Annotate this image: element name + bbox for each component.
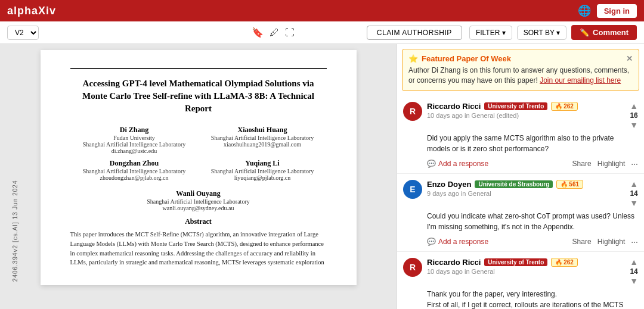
avatar: R: [403, 258, 422, 277]
comment-info: Riccardo Ricci University of Trento 🔥 26…: [427, 102, 625, 119]
fullscreen-icon[interactable]: ⛶: [285, 27, 295, 38]
author-xiaoshui-huang: Xiaoshui Huang Shanghai Artificial Intel…: [199, 126, 327, 154]
pdf-authors: Di Zhang Fudan University Shanghai Artif…: [70, 126, 327, 181]
featured-banner: ⭐ Featured Paper Of Week ✕ Author Di Zha…: [402, 49, 639, 91]
comment-header: R Riccardo Ricci University of Trento 🔥 …: [403, 258, 638, 285]
comment-header-top: Riccardo Ricci University of Trento 🔥 26…: [427, 102, 625, 111]
comment-item: R Riccardo Ricci University of Trento 🔥 …: [397, 96, 644, 174]
add-response-button[interactable]: 💬 Add a response: [427, 238, 488, 246]
comment-actions: 💬 Add a response Share Highlight ···: [403, 237, 638, 246]
pdf-watermark: 2406.394v2 [cs.AI] 13 Jun 2024: [12, 180, 18, 282]
comment-body: Thank you for the paper, very interestin…: [403, 289, 638, 309]
score-badge: 🔥 262: [551, 258, 578, 267]
score-badge: 🔥 262: [551, 102, 578, 111]
add-response-button[interactable]: 💬 Add a response: [427, 160, 488, 168]
vote-down-button[interactable]: ▼: [630, 121, 638, 129]
vote-down-button[interactable]: ▼: [630, 277, 638, 285]
bookmark-icon[interactable]: 🔖: [252, 27, 264, 38]
author-wanli-ouyang: Wanli Ouyang Shanghai Artificial Intelli…: [70, 189, 327, 211]
top-nav: alphaXiv 🌐 Sign in: [0, 0, 644, 21]
comment-meta: 10 days ago in General (edited): [427, 112, 625, 119]
featured-banner-header: ⭐ Featured Paper Of Week ✕: [408, 54, 633, 63]
comment-actions-right: Share Highlight ···: [572, 237, 638, 246]
toolbar-right: FILTER ▾ SORT BY ▾ ✏️ Comment: [469, 25, 637, 40]
share-button[interactable]: Share: [572, 238, 592, 246]
comment-body: Could you indicate what zero-shot CoT pr…: [403, 211, 638, 232]
comment-body: Did you apply the same MCTS algorithm al…: [403, 133, 638, 154]
star-icon: ⭐: [408, 54, 418, 63]
author-di-zhang: Di Zhang Fudan University Shanghai Artif…: [70, 126, 199, 154]
vote-up-button[interactable]: ▲: [630, 102, 638, 110]
comment-item: E Enzo Doyen Université de Strasbourg 🔥 …: [397, 174, 644, 252]
featured-banner-text: Author Di Zhang is on this forum to answ…: [408, 65, 633, 86]
vote-count: 14: [630, 267, 637, 276]
avatar: R: [403, 102, 422, 121]
author-yuqiang-li: Yuqiang Li Shanghai Artificial Intellige…: [199, 159, 327, 181]
comment-header: R Riccardo Ricci University of Trento 🔥 …: [403, 102, 638, 129]
filter-button[interactable]: FILTER ▾: [469, 26, 512, 40]
comment-vote: ▲ 16 ▼: [630, 102, 638, 129]
sort-button[interactable]: SORT BY ▾: [517, 26, 566, 40]
fire-icon: 🔥: [555, 103, 562, 110]
top-nav-right: 🌐 Sign in: [578, 4, 637, 18]
fire-icon: 🔥: [561, 181, 568, 188]
close-banner-button[interactable]: ✕: [626, 54, 633, 63]
affil-badge: University of Trento: [484, 102, 547, 110]
vote-down-button[interactable]: ▼: [630, 199, 638, 207]
vote-up-button[interactable]: ▲: [630, 180, 638, 188]
highlight-button[interactable]: Highlight: [597, 160, 626, 168]
vote-count: 14: [630, 189, 637, 198]
affil-badge: Université de Strasbourg: [475, 180, 553, 188]
comment-author: Enzo Doyen: [427, 180, 471, 189]
avatar: E: [403, 180, 422, 199]
comment-meta: 9 days ago in General: [427, 190, 625, 197]
sign-in-button[interactable]: Sign in: [597, 4, 637, 18]
comment-header-top: Enzo Doyen Université de Strasbourg 🔥 56…: [427, 180, 625, 189]
author-dongzhan-zhou: Dongzhan Zhou Shanghai Artificial Intell…: [70, 159, 199, 181]
affil-badge: University of Trento: [484, 258, 547, 266]
vote-up-button[interactable]: ▲: [630, 258, 638, 266]
comment-info: Enzo Doyen Université de Strasbourg 🔥 56…: [427, 180, 625, 197]
comment-actions-right: Share Highlight ···: [572, 159, 638, 168]
more-options-button[interactable]: ···: [631, 237, 638, 246]
main-layout: 2406.394v2 [cs.AI] 13 Jun 2024 Accessing…: [0, 44, 644, 309]
vote-count: 16: [630, 111, 637, 120]
pdf-document: Accessing GPT-4 level Mathematical Olymp…: [41, 50, 357, 285]
comment-vote: ▲ 14 ▼: [630, 258, 638, 285]
toolbar-center: 🔖 🖊 ⛶: [187, 27, 359, 38]
claim-authorship-button[interactable]: CLAIM AUTHORSHIP: [367, 26, 462, 40]
comments-panel: ⭐ Featured Paper Of Week ✕ Author Di Zha…: [397, 44, 644, 309]
toolbar-left: V2 V1: [7, 26, 179, 40]
comment-meta: 10 days ago in General: [427, 268, 625, 275]
toolbar: V2 V1 🔖 🖊 ⛶ CLAIM AUTHORSHIP FILTER ▾ SO…: [0, 21, 644, 44]
paper-title: Accessing GPT-4 level Mathematical Olymp…: [70, 68, 327, 115]
share-button[interactable]: Share: [572, 160, 592, 168]
pdf-panel: 2406.394v2 [cs.AI] 13 Jun 2024 Accessing…: [0, 44, 397, 309]
comment-button[interactable]: ✏️ Comment: [571, 25, 637, 40]
globe-icon[interactable]: 🌐: [578, 4, 591, 17]
emailing-list-link[interactable]: Join our emailing list here: [540, 76, 621, 85]
abstract-text: This paper introduces the MCT Self-Refin…: [70, 230, 327, 267]
more-options-button[interactable]: ···: [631, 159, 638, 168]
comment-header: E Enzo Doyen Université de Strasbourg 🔥 …: [403, 180, 638, 207]
abstract-heading: Abstract: [70, 217, 327, 226]
comment-actions: 💬 Add a response Share Highlight ···: [403, 159, 638, 168]
app-logo: alphaXiv: [7, 5, 56, 17]
reply-icon: 💬: [427, 238, 436, 246]
pencil-icon: ✏️: [580, 28, 589, 37]
version-select[interactable]: V2 V1: [7, 26, 39, 40]
comment-info: Riccardo Ricci University of Trento 🔥 26…: [427, 258, 625, 275]
comment-author: Riccardo Ricci: [427, 258, 481, 267]
comment-vote: ▲ 14 ▼: [630, 180, 638, 207]
reply-icon: 💬: [427, 160, 436, 168]
comment-header-top: Riccardo Ricci University of Trento 🔥 26…: [427, 258, 625, 267]
comment-item: R Riccardo Ricci University of Trento 🔥 …: [397, 252, 644, 309]
score-badge: 🔥 561: [556, 180, 583, 189]
highlight-button[interactable]: Highlight: [597, 238, 626, 246]
fire-icon: 🔥: [555, 259, 562, 266]
comment-author: Riccardo Ricci: [427, 102, 481, 111]
highlight-icon[interactable]: 🖊: [270, 27, 279, 38]
